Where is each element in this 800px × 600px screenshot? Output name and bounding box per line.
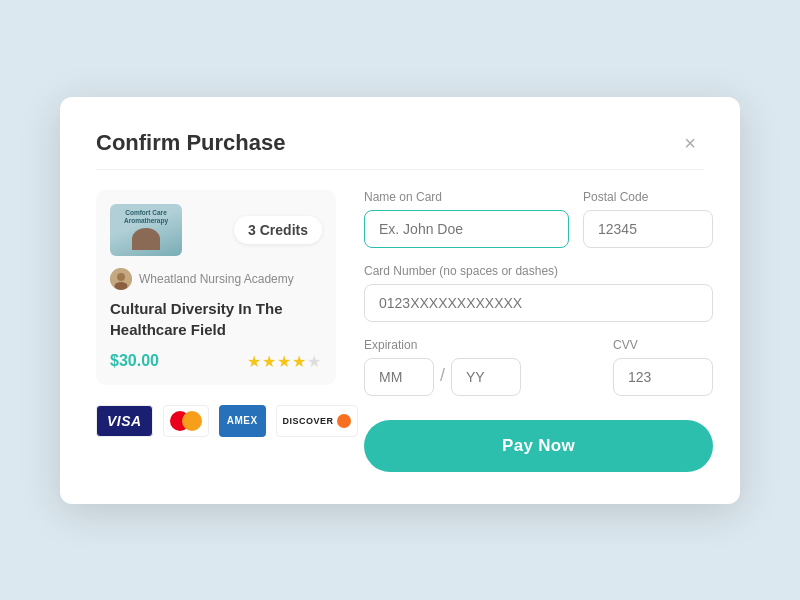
modal-title: Confirm Purchase bbox=[96, 130, 286, 156]
cvv-group: CVV bbox=[613, 338, 713, 396]
postal-label: Postal Code bbox=[583, 190, 713, 204]
discover-circle bbox=[337, 414, 351, 428]
star-rating: ★★★★★ bbox=[247, 352, 322, 371]
name-group: Name on Card bbox=[364, 190, 569, 248]
left-column: Comfort CareAromatherapy 3 Credits bbox=[96, 190, 336, 472]
provider-avatar bbox=[110, 268, 132, 290]
expiry-slash: / bbox=[440, 365, 445, 388]
name-postal-row: Name on Card Postal Code bbox=[364, 190, 713, 248]
mc-orange-circle bbox=[182, 411, 202, 431]
mastercard-logo bbox=[163, 405, 209, 437]
course-title: Cultural Diversity In The Healthcare Fie… bbox=[110, 298, 322, 340]
amex-logo: AMEX bbox=[219, 405, 266, 437]
provider-row: Wheatland Nursing Academy bbox=[110, 268, 322, 290]
card-bottom: $30.00 ★★★★★ bbox=[110, 352, 322, 371]
course-thumbnail: Comfort CareAromatherapy bbox=[110, 204, 182, 256]
modal-header: Confirm Purchase × bbox=[96, 129, 704, 157]
card-number-label: Card Number (no spaces or dashes) bbox=[364, 264, 713, 278]
cvv-label: CVV bbox=[613, 338, 713, 352]
discover-logo: DISCOVER bbox=[276, 405, 358, 437]
card-top: Comfort CareAromatherapy 3 Credits bbox=[110, 204, 322, 256]
right-column: Name on Card Postal Code Card Number (no… bbox=[364, 190, 713, 472]
close-button[interactable]: × bbox=[676, 129, 704, 157]
name-label: Name on Card bbox=[364, 190, 569, 204]
expiry-group: Expiration / bbox=[364, 338, 599, 396]
svg-point-1 bbox=[117, 273, 125, 281]
provider-name: Wheatland Nursing Academy bbox=[139, 272, 294, 286]
card-number-row: Card Number (no spaces or dashes) bbox=[364, 264, 713, 322]
course-price: $30.00 bbox=[110, 352, 159, 370]
confirm-purchase-modal: Confirm Purchase × Comfort CareAromather… bbox=[60, 97, 740, 504]
credits-badge: 3 Credits bbox=[234, 216, 322, 244]
name-input[interactable] bbox=[364, 210, 569, 248]
expiry-label: Expiration bbox=[364, 338, 599, 352]
pay-now-button[interactable]: Pay Now bbox=[364, 420, 713, 472]
visa-logo: VISA bbox=[96, 405, 153, 437]
expiry-yy-input[interactable] bbox=[451, 358, 521, 396]
card-number-input[interactable] bbox=[364, 284, 713, 322]
cvv-input[interactable] bbox=[613, 358, 713, 396]
card-number-group: Card Number (no spaces or dashes) bbox=[364, 264, 713, 322]
postal-input[interactable] bbox=[583, 210, 713, 248]
divider bbox=[96, 169, 704, 170]
expiry-row: / bbox=[364, 358, 599, 396]
expiry-cvv-row: Expiration / CVV bbox=[364, 338, 713, 396]
postal-group: Postal Code bbox=[583, 190, 713, 248]
expiry-mm-input[interactable] bbox=[364, 358, 434, 396]
course-card: Comfort CareAromatherapy 3 Credits bbox=[96, 190, 336, 385]
payment-logos: VISA AMEX DISCOVER bbox=[96, 405, 336, 437]
modal-body: Comfort CareAromatherapy 3 Credits bbox=[96, 190, 704, 472]
svg-point-2 bbox=[115, 282, 128, 290]
